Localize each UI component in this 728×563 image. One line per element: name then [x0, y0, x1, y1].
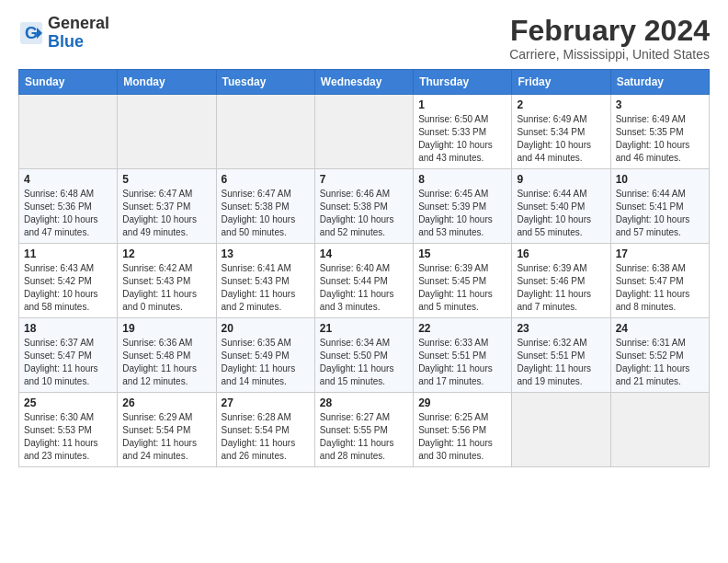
calendar-cell: 22Sunrise: 6:33 AM Sunset: 5:51 PM Dayli…	[414, 318, 512, 393]
calendar-cell: 15Sunrise: 6:39 AM Sunset: 5:45 PM Dayli…	[414, 244, 512, 318]
weekday-header-friday: Friday	[512, 70, 610, 95]
logo-text-line2: Blue	[48, 33, 109, 52]
day-info: Sunrise: 6:45 AM Sunset: 5:39 PM Dayligh…	[418, 188, 506, 239]
calendar-table: SundayMondayTuesdayWednesdayThursdayFrid…	[18, 69, 710, 467]
calendar-cell	[118, 95, 216, 169]
day-info: Sunrise: 6:46 AM Sunset: 5:38 PM Dayligh…	[320, 188, 408, 239]
day-number: 16	[517, 247, 605, 260]
day-number: 11	[24, 247, 112, 260]
day-info: Sunrise: 6:33 AM Sunset: 5:51 PM Dayligh…	[418, 337, 506, 388]
day-number: 20	[222, 322, 310, 335]
calendar-cell: 8Sunrise: 6:45 AM Sunset: 5:39 PM Daylig…	[414, 169, 512, 244]
day-number: 22	[418, 322, 506, 335]
day-info: Sunrise: 6:36 AM Sunset: 5:48 PM Dayligh…	[122, 337, 210, 388]
calendar-cell: 25Sunrise: 6:30 AM Sunset: 5:53 PM Dayli…	[19, 393, 118, 467]
calendar-cell: 19Sunrise: 6:36 AM Sunset: 5:48 PM Dayli…	[118, 318, 216, 393]
week-row-1: 1Sunrise: 6:50 AM Sunset: 5:33 PM Daylig…	[19, 95, 710, 169]
day-number: 5	[122, 173, 210, 186]
day-number: 28	[320, 396, 408, 409]
calendar-cell: 21Sunrise: 6:34 AM Sunset: 5:50 PM Dayli…	[314, 318, 413, 393]
day-info: Sunrise: 6:31 AM Sunset: 5:52 PM Dayligh…	[616, 337, 704, 388]
day-number: 3	[616, 98, 704, 111]
day-number: 19	[122, 322, 210, 335]
calendar-cell: 10Sunrise: 6:44 AM Sunset: 5:41 PM Dayli…	[610, 169, 709, 244]
logo-icon: G	[18, 20, 44, 46]
day-info: Sunrise: 6:27 AM Sunset: 5:55 PM Dayligh…	[320, 411, 408, 463]
day-number: 4	[24, 173, 112, 186]
day-number: 12	[122, 247, 210, 260]
day-info: Sunrise: 6:47 AM Sunset: 5:38 PM Dayligh…	[222, 188, 310, 239]
calendar-cell: 11Sunrise: 6:43 AM Sunset: 5:42 PM Dayli…	[19, 244, 118, 318]
day-info: Sunrise: 6:30 AM Sunset: 5:53 PM Dayligh…	[24, 411, 112, 463]
day-number: 25	[24, 396, 112, 409]
day-number: 27	[222, 396, 310, 409]
week-row-5: 25Sunrise: 6:30 AM Sunset: 5:53 PM Dayli…	[19, 393, 710, 467]
day-info: Sunrise: 6:37 AM Sunset: 5:47 PM Dayligh…	[24, 337, 112, 388]
calendar-cell: 20Sunrise: 6:35 AM Sunset: 5:49 PM Dayli…	[216, 318, 314, 393]
weekday-header-sunday: Sunday	[19, 70, 118, 95]
day-info: Sunrise: 6:49 AM Sunset: 5:35 PM Dayligh…	[616, 113, 704, 165]
day-info: Sunrise: 6:38 AM Sunset: 5:47 PM Dayligh…	[616, 262, 704, 314]
day-number: 26	[122, 396, 210, 409]
day-info: Sunrise: 6:25 AM Sunset: 5:56 PM Dayligh…	[418, 411, 506, 463]
calendar-cell	[512, 393, 610, 467]
day-info: Sunrise: 6:32 AM Sunset: 5:51 PM Dayligh…	[517, 337, 605, 388]
calendar-cell: 16Sunrise: 6:39 AM Sunset: 5:46 PM Dayli…	[512, 244, 610, 318]
day-number: 6	[222, 173, 310, 186]
day-info: Sunrise: 6:44 AM Sunset: 5:41 PM Dayligh…	[616, 188, 704, 239]
calendar-cell	[314, 95, 413, 169]
logo: G General Blue	[18, 15, 109, 52]
weekday-header-tuesday: Tuesday	[216, 70, 314, 95]
weekday-header-row: SundayMondayTuesdayWednesdayThursdayFrid…	[19, 70, 710, 95]
calendar-cell: 1Sunrise: 6:50 AM Sunset: 5:33 PM Daylig…	[414, 95, 512, 169]
calendar-cell: 12Sunrise: 6:42 AM Sunset: 5:43 PM Dayli…	[118, 244, 216, 318]
day-info: Sunrise: 6:35 AM Sunset: 5:49 PM Dayligh…	[222, 337, 310, 388]
calendar-cell: 14Sunrise: 6:40 AM Sunset: 5:44 PM Dayli…	[314, 244, 413, 318]
day-number: 7	[320, 173, 408, 186]
day-number: 15	[418, 247, 506, 260]
day-number: 23	[517, 322, 605, 335]
calendar-cell: 27Sunrise: 6:28 AM Sunset: 5:54 PM Dayli…	[216, 393, 314, 467]
calendar-cell: 2Sunrise: 6:49 AM Sunset: 5:34 PM Daylig…	[512, 95, 610, 169]
day-number: 9	[517, 173, 605, 186]
calendar-cell: 3Sunrise: 6:49 AM Sunset: 5:35 PM Daylig…	[610, 95, 709, 169]
day-info: Sunrise: 6:43 AM Sunset: 5:42 PM Dayligh…	[24, 262, 112, 314]
calendar-cell	[610, 393, 709, 467]
day-info: Sunrise: 6:47 AM Sunset: 5:37 PM Dayligh…	[122, 188, 210, 239]
day-number: 21	[320, 322, 408, 335]
day-number: 13	[222, 247, 310, 260]
calendar-cell: 7Sunrise: 6:46 AM Sunset: 5:38 PM Daylig…	[314, 169, 413, 244]
month-title: February 2024	[509, 15, 710, 47]
calendar-cell: 4Sunrise: 6:48 AM Sunset: 5:36 PM Daylig…	[19, 169, 118, 244]
calendar-cell: 24Sunrise: 6:31 AM Sunset: 5:52 PM Dayli…	[610, 318, 709, 393]
day-number: 29	[418, 396, 506, 409]
day-number: 17	[616, 247, 704, 260]
calendar-cell: 18Sunrise: 6:37 AM Sunset: 5:47 PM Dayli…	[19, 318, 118, 393]
day-info: Sunrise: 6:48 AM Sunset: 5:36 PM Dayligh…	[24, 188, 112, 239]
weekday-header-monday: Monday	[118, 70, 216, 95]
calendar-cell: 26Sunrise: 6:29 AM Sunset: 5:54 PM Dayli…	[118, 393, 216, 467]
day-number: 10	[616, 173, 704, 186]
day-number: 18	[24, 322, 112, 335]
calendar-cell: 23Sunrise: 6:32 AM Sunset: 5:51 PM Dayli…	[512, 318, 610, 393]
logo-text-line1: General	[48, 15, 109, 33]
weekday-header-saturday: Saturday	[610, 70, 709, 95]
calendar-cell: 13Sunrise: 6:41 AM Sunset: 5:43 PM Dayli…	[216, 244, 314, 318]
calendar-cell: 28Sunrise: 6:27 AM Sunset: 5:55 PM Dayli…	[314, 393, 413, 467]
calendar-cell: 9Sunrise: 6:44 AM Sunset: 5:40 PM Daylig…	[512, 169, 610, 244]
calendar-cell	[19, 95, 118, 169]
day-info: Sunrise: 6:49 AM Sunset: 5:34 PM Dayligh…	[517, 113, 605, 165]
week-row-2: 4Sunrise: 6:48 AM Sunset: 5:36 PM Daylig…	[19, 169, 710, 244]
calendar-cell: 29Sunrise: 6:25 AM Sunset: 5:56 PM Dayli…	[414, 393, 512, 467]
calendar-cell: 5Sunrise: 6:47 AM Sunset: 5:37 PM Daylig…	[118, 169, 216, 244]
day-number: 1	[418, 98, 506, 111]
day-info: Sunrise: 6:44 AM Sunset: 5:40 PM Dayligh…	[517, 188, 605, 239]
day-info: Sunrise: 6:34 AM Sunset: 5:50 PM Dayligh…	[320, 337, 408, 388]
day-info: Sunrise: 6:40 AM Sunset: 5:44 PM Dayligh…	[320, 262, 408, 314]
title-area: February 2024 Carriere, Mississippi, Uni…	[509, 15, 710, 62]
day-info: Sunrise: 6:29 AM Sunset: 5:54 PM Dayligh…	[122, 411, 210, 463]
day-info: Sunrise: 6:28 AM Sunset: 5:54 PM Dayligh…	[222, 411, 310, 463]
weekday-header-wednesday: Wednesday	[314, 70, 413, 95]
calendar-cell	[216, 95, 314, 169]
week-row-4: 18Sunrise: 6:37 AM Sunset: 5:47 PM Dayli…	[19, 318, 710, 393]
